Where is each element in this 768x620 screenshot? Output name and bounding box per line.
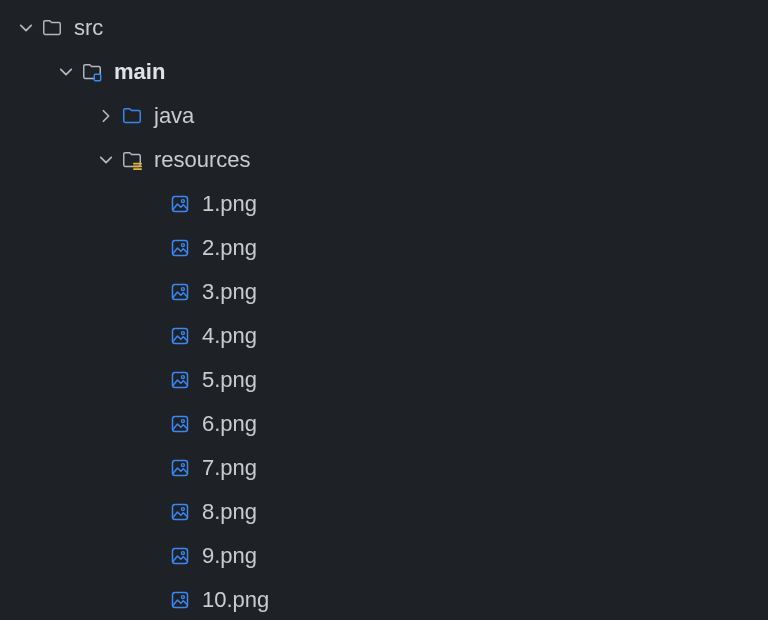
file-tree: src main java: [0, 0, 768, 620]
tree-item-file[interactable]: 1.png: [0, 182, 768, 226]
image-file-icon: [166, 414, 194, 434]
svg-point-13: [181, 376, 184, 379]
image-file-icon: [166, 194, 194, 214]
chevron-right-icon[interactable]: [94, 109, 118, 123]
svg-point-9: [181, 288, 184, 291]
folder-icon: [38, 17, 66, 39]
svg-rect-0: [94, 74, 100, 80]
tree-item-label: src: [74, 17, 103, 39]
svg-point-19: [181, 508, 184, 511]
chevron-down-icon[interactable]: [54, 65, 78, 79]
tree-item-label: 9.png: [202, 545, 257, 567]
tree-item-main[interactable]: main: [0, 50, 768, 94]
tree-item-label: 1.png: [202, 193, 257, 215]
tree-item-src[interactable]: src: [0, 6, 768, 50]
tree-item-label: 2.png: [202, 237, 257, 259]
source-folder-icon: [118, 105, 146, 127]
svg-rect-20: [173, 549, 188, 564]
svg-point-21: [181, 552, 184, 555]
image-file-icon: [166, 546, 194, 566]
svg-rect-10: [173, 329, 188, 344]
tree-item-label: 6.png: [202, 413, 257, 435]
tree-item-file[interactable]: 3.png: [0, 270, 768, 314]
svg-rect-16: [173, 461, 188, 476]
svg-point-15: [181, 420, 184, 423]
tree-item-file[interactable]: 10.png: [0, 578, 768, 620]
tree-item-file[interactable]: 9.png: [0, 534, 768, 578]
image-file-icon: [166, 458, 194, 478]
svg-rect-14: [173, 417, 188, 432]
tree-item-label: 4.png: [202, 325, 257, 347]
svg-rect-18: [173, 505, 188, 520]
module-folder-icon: [78, 61, 106, 83]
svg-rect-4: [173, 197, 188, 212]
image-file-icon: [166, 590, 194, 610]
tree-item-file[interactable]: 4.png: [0, 314, 768, 358]
svg-rect-22: [173, 593, 188, 608]
tree-item-label: main: [114, 61, 165, 83]
resources-folder-icon: [118, 149, 146, 171]
svg-rect-8: [173, 285, 188, 300]
tree-item-label: 5.png: [202, 369, 257, 391]
tree-item-file[interactable]: 6.png: [0, 402, 768, 446]
svg-point-7: [181, 244, 184, 247]
tree-item-resources[interactable]: resources: [0, 138, 768, 182]
tree-item-label: resources: [154, 149, 251, 171]
svg-point-17: [181, 464, 184, 467]
tree-item-label: 8.png: [202, 501, 257, 523]
tree-item-label: 10.png: [202, 589, 269, 611]
tree-item-file[interactable]: 7.png: [0, 446, 768, 490]
svg-rect-12: [173, 373, 188, 388]
tree-item-file[interactable]: 5.png: [0, 358, 768, 402]
image-file-icon: [166, 502, 194, 522]
tree-item-file[interactable]: 2.png: [0, 226, 768, 270]
chevron-down-icon[interactable]: [94, 153, 118, 167]
svg-point-11: [181, 332, 184, 335]
svg-rect-6: [173, 241, 188, 256]
chevron-down-icon[interactable]: [14, 21, 38, 35]
image-file-icon: [166, 282, 194, 302]
svg-point-23: [181, 596, 184, 599]
image-file-icon: [166, 326, 194, 346]
tree-item-label: 3.png: [202, 281, 257, 303]
tree-item-label: 7.png: [202, 457, 257, 479]
image-file-icon: [166, 370, 194, 390]
svg-point-5: [181, 200, 184, 203]
tree-item-java[interactable]: java: [0, 94, 768, 138]
tree-item-file[interactable]: 8.png: [0, 490, 768, 534]
image-file-icon: [166, 238, 194, 258]
tree-item-label: java: [154, 105, 194, 127]
